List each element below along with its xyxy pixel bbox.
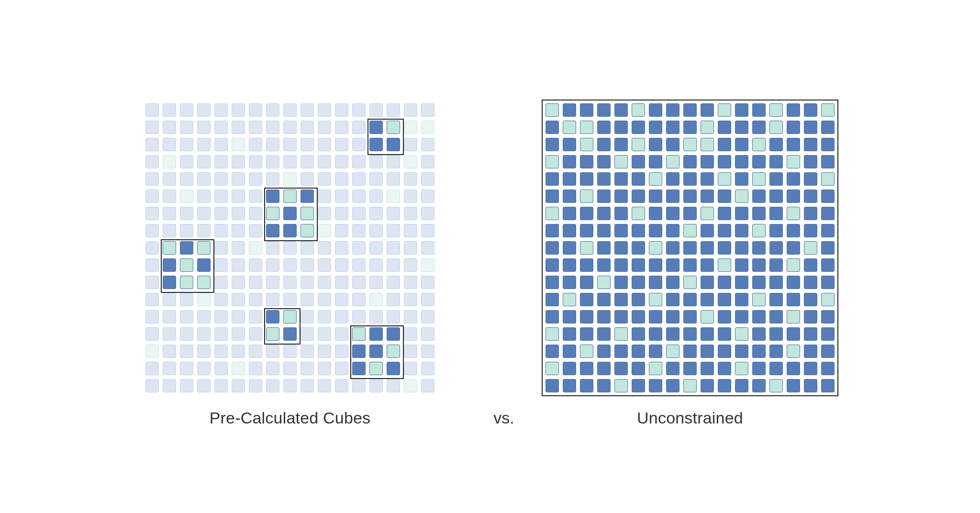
grid-cell xyxy=(563,310,576,323)
grid-cell xyxy=(546,293,559,306)
grid-cell xyxy=(214,207,228,220)
grid-cell xyxy=(266,207,279,220)
grid-cell xyxy=(614,121,628,134)
grid-cell xyxy=(335,310,348,323)
grid-cell xyxy=(804,190,817,203)
grid-cell xyxy=(232,276,245,289)
grid-cell xyxy=(145,172,159,186)
grid-cell xyxy=(718,276,731,289)
grid-cell xyxy=(546,138,559,151)
grid-cell xyxy=(387,121,400,134)
grid-cell xyxy=(804,121,817,134)
grid-cell xyxy=(769,241,783,255)
grid-cell xyxy=(421,138,434,151)
grid-cell xyxy=(335,293,348,306)
grid-cell xyxy=(387,190,400,203)
grid-cell xyxy=(683,276,697,289)
grid-cell xyxy=(301,362,314,375)
grid-cell xyxy=(369,155,383,168)
grid-cell xyxy=(369,121,383,134)
grid-cell xyxy=(752,293,766,306)
grid-cell xyxy=(163,276,176,289)
grid-cell xyxy=(404,327,417,341)
grid-cell xyxy=(546,327,559,341)
grid-cell xyxy=(718,190,731,203)
grid-cell xyxy=(821,207,835,220)
vs-label: vs. xyxy=(493,409,514,427)
grid-cell xyxy=(804,155,817,168)
grid-cell xyxy=(821,155,835,168)
grid-cell xyxy=(335,345,348,358)
grid-cell xyxy=(335,362,348,375)
grid-cell xyxy=(335,327,348,341)
grid-cell xyxy=(369,224,383,237)
grid-cell xyxy=(335,207,348,220)
grid-cell xyxy=(701,121,714,134)
grid-cell xyxy=(563,224,576,237)
grid-cell xyxy=(404,293,417,306)
grid-cell xyxy=(421,258,434,272)
grid-cell xyxy=(666,258,679,272)
grid-cell xyxy=(718,293,731,306)
grid-cell xyxy=(232,172,245,186)
grid-cell xyxy=(580,293,593,306)
grid-cell xyxy=(369,276,383,289)
grid-cell xyxy=(249,345,262,358)
grid-cell xyxy=(352,121,366,134)
grid-cell xyxy=(769,345,783,358)
grid-cell xyxy=(580,310,593,323)
grid-cell xyxy=(614,207,628,220)
grid-cell xyxy=(666,327,679,341)
grid-cell xyxy=(683,345,697,358)
grid-cell xyxy=(769,103,783,117)
panels-row: Pre-Calculated Cubes Unconstrained xyxy=(0,100,980,427)
grid-cell xyxy=(546,155,559,168)
grid-cell xyxy=(632,379,645,392)
grid-cell xyxy=(180,362,193,375)
grid-cell xyxy=(804,327,817,341)
grid-cell xyxy=(649,190,662,203)
grid-cell xyxy=(614,155,628,168)
grid-cell xyxy=(546,362,559,375)
grid-cell xyxy=(563,379,576,392)
grid-cell xyxy=(214,293,228,306)
grid-cell xyxy=(197,190,211,203)
grid-cell xyxy=(666,155,679,168)
grid-cell xyxy=(701,138,714,151)
grid-cell xyxy=(145,258,159,272)
grid-cell xyxy=(163,121,176,134)
grid-cell xyxy=(597,345,611,358)
grid-cell xyxy=(387,241,400,255)
grid-cell xyxy=(597,224,611,237)
grid-cell xyxy=(752,379,766,392)
grid-cell xyxy=(787,293,800,306)
grid-cell xyxy=(735,293,748,306)
grid-cell xyxy=(232,103,245,117)
grid-cell xyxy=(735,362,748,375)
grid-cell xyxy=(580,327,593,341)
grid-cell xyxy=(404,276,417,289)
grid-cell xyxy=(580,224,593,237)
grid-cell xyxy=(804,345,817,358)
grid-cell xyxy=(301,103,314,117)
grid-cell xyxy=(563,362,576,375)
grid-cell xyxy=(283,155,297,168)
grid-cell xyxy=(369,207,383,220)
grid-cell xyxy=(369,190,383,203)
grid-cell xyxy=(821,293,835,306)
grid-cell xyxy=(666,241,679,255)
grid-cell xyxy=(421,241,434,255)
grid-cell xyxy=(352,379,366,392)
grid-cell xyxy=(335,241,348,255)
grid-cell xyxy=(404,103,417,117)
grid-cell xyxy=(614,103,628,117)
left-caption: Pre-Calculated Cubes xyxy=(210,409,371,427)
grid-cell xyxy=(214,258,228,272)
grid-cell xyxy=(387,310,400,323)
grid-cell xyxy=(249,293,262,306)
grid-cell xyxy=(614,190,628,203)
grid-cell xyxy=(232,155,245,168)
grid-cell xyxy=(821,172,835,186)
grid-cell xyxy=(197,310,211,323)
right-grid-wrap xyxy=(543,100,837,395)
